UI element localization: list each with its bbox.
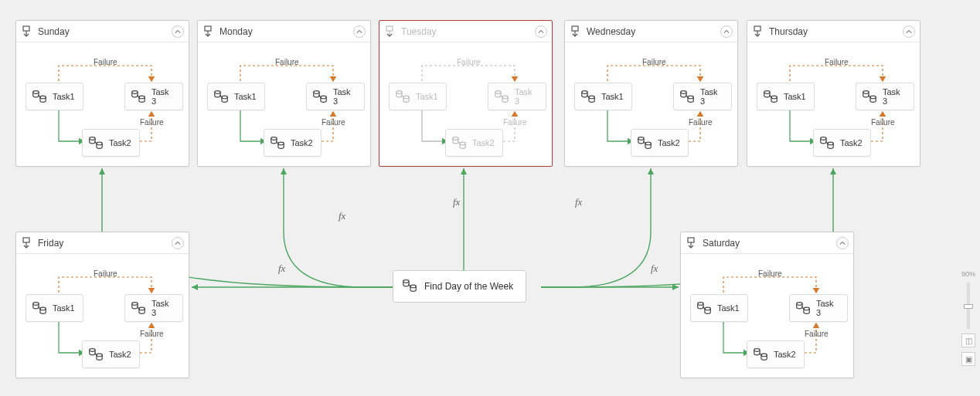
svg-point-20 bbox=[271, 137, 277, 140]
failure-label-top: Failure bbox=[642, 58, 666, 66]
data-flow-icon bbox=[130, 88, 147, 105]
failure-label-top: Failure bbox=[94, 58, 117, 66]
svg-point-70 bbox=[754, 349, 760, 352]
container-body: Failure Failure Task1 Task 3 Task2 bbox=[16, 254, 189, 377]
svg-point-38 bbox=[681, 91, 686, 94]
svg-point-28 bbox=[495, 91, 501, 94]
collapse-icon[interactable] bbox=[172, 25, 184, 38]
task2[interactable]: Task2 bbox=[82, 129, 140, 157]
container-title: Friday bbox=[38, 238, 167, 249]
sequence-container-thu[interactable]: Thursday bbox=[747, 20, 920, 167]
sequence-icon bbox=[383, 25, 396, 39]
failure-label-top: Failure bbox=[457, 58, 481, 66]
data-flow-icon bbox=[679, 88, 696, 105]
container-header[interactable]: Thursday bbox=[747, 21, 920, 42]
sequence-container-sat[interactable]: Saturday bbox=[680, 232, 854, 378]
svg-rect-32 bbox=[572, 26, 578, 31]
task1[interactable]: Task1 bbox=[389, 83, 447, 110]
sequence-icon bbox=[568, 25, 582, 39]
task3[interactable]: Task 3 bbox=[488, 83, 546, 110]
zoom-slider[interactable] bbox=[967, 283, 970, 329]
task2[interactable]: Task2 bbox=[631, 129, 689, 157]
task-label: Task 3 bbox=[883, 87, 906, 106]
task3[interactable]: Task 3 bbox=[124, 83, 183, 110]
collapse-icon[interactable] bbox=[172, 237, 184, 249]
container-header[interactable]: Tuesday bbox=[379, 21, 552, 42]
data-flow-icon bbox=[451, 134, 468, 151]
task1[interactable]: Task1 bbox=[574, 83, 632, 110]
container-header[interactable]: Monday bbox=[198, 21, 370, 42]
task2[interactable]: Task2 bbox=[82, 340, 140, 368]
fx-label: fx bbox=[651, 262, 658, 275]
sequence-container-wed[interactable]: Wednesday bbox=[564, 20, 738, 167]
svg-point-69 bbox=[804, 307, 809, 310]
task1[interactable]: Task1 bbox=[26, 83, 83, 110]
task2[interactable]: Task2 bbox=[813, 129, 871, 157]
data-flow-icon bbox=[31, 88, 48, 105]
container-header[interactable]: Friday bbox=[16, 232, 189, 254]
data-flow-icon bbox=[87, 134, 104, 151]
svg-point-48 bbox=[863, 91, 869, 94]
collapse-icon[interactable] bbox=[720, 25, 733, 38]
data-flow-icon bbox=[493, 88, 510, 105]
task2[interactable]: Task2 bbox=[264, 129, 322, 157]
data-flow-icon bbox=[311, 88, 328, 105]
task3[interactable]: Task 3 bbox=[124, 294, 183, 322]
task2[interactable]: Task2 bbox=[445, 129, 503, 157]
svg-point-68 bbox=[797, 303, 802, 306]
container-header[interactable]: Saturday bbox=[681, 232, 853, 254]
task3[interactable]: Task 3 bbox=[789, 294, 848, 322]
container-title: Wednesday bbox=[587, 26, 716, 37]
svg-point-0 bbox=[403, 279, 409, 283]
data-flow-icon bbox=[580, 88, 597, 105]
svg-point-30 bbox=[453, 137, 458, 140]
sequence-container-sun[interactable]: Sunday bbox=[15, 20, 189, 167]
collapse-icon[interactable] bbox=[903, 25, 915, 38]
container-body: Failure Failure Task1 Task 3 Task2 bbox=[16, 42, 189, 166]
svg-point-46 bbox=[764, 91, 770, 94]
zoom-full-icon[interactable]: ▣ bbox=[961, 352, 975, 366]
svg-point-11 bbox=[97, 142, 102, 145]
failure-label-top: Failure bbox=[825, 58, 849, 66]
data-flow-icon bbox=[394, 88, 411, 105]
task3[interactable]: Task 3 bbox=[856, 83, 914, 110]
find-day-of-week-task[interactable]: Find Day of the Week bbox=[393, 270, 526, 303]
data-flow-icon bbox=[269, 134, 286, 151]
svg-point-1 bbox=[410, 285, 416, 288]
zoom-control: 90% ◫ ▣ bbox=[957, 270, 980, 366]
task1[interactable]: Task1 bbox=[207, 83, 265, 110]
task3[interactable]: Task 3 bbox=[673, 83, 732, 110]
task3[interactable]: Task 3 bbox=[306, 83, 365, 110]
task2[interactable]: Task2 bbox=[747, 340, 805, 368]
zoom-thumb[interactable] bbox=[964, 304, 973, 309]
svg-point-51 bbox=[828, 142, 833, 145]
zoom-fit-icon[interactable]: ◫ bbox=[961, 333, 975, 347]
collapse-icon[interactable] bbox=[353, 25, 366, 38]
task-label: Task1 bbox=[717, 303, 740, 313]
container-header[interactable]: Wednesday bbox=[565, 21, 737, 42]
task-label: Task1 bbox=[416, 92, 438, 101]
sequence-container-fri[interactable]: Friday bbox=[15, 232, 189, 378]
svg-point-16 bbox=[215, 91, 220, 94]
svg-point-67 bbox=[705, 307, 710, 310]
svg-rect-42 bbox=[754, 26, 761, 31]
failure-label-mid: Failure bbox=[805, 330, 829, 338]
svg-point-60 bbox=[90, 349, 95, 352]
sequence-container-tue[interactable]: Tuesday bbox=[379, 20, 553, 167]
container-header[interactable]: Sunday bbox=[16, 21, 189, 42]
failure-label-top: Failure bbox=[94, 269, 117, 278]
data-flow-icon bbox=[818, 134, 835, 151]
container-body: Failure Failure Task1 Task 3 Task2 bbox=[747, 42, 920, 166]
task1[interactable]: Task1 bbox=[26, 294, 83, 322]
sequence-container-mon[interactable]: Monday bbox=[197, 20, 371, 167]
task1[interactable]: Task1 bbox=[757, 83, 815, 110]
collapse-icon[interactable] bbox=[535, 25, 547, 38]
container-title: Tuesday bbox=[401, 26, 530, 37]
svg-point-6 bbox=[33, 91, 39, 94]
task1[interactable]: Task1 bbox=[690, 294, 748, 322]
container-title: Monday bbox=[219, 26, 349, 37]
task-label: Task1 bbox=[53, 92, 75, 101]
collapse-icon[interactable] bbox=[836, 237, 849, 249]
svg-rect-12 bbox=[205, 26, 211, 31]
task-label: Task2 bbox=[109, 138, 131, 147]
